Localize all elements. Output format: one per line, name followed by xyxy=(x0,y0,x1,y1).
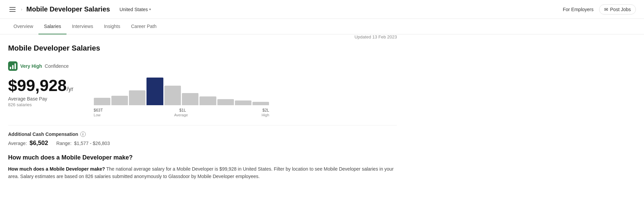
additional-cash-title: Additional Cash Compensation i xyxy=(8,132,397,137)
bar-3 xyxy=(146,78,163,105)
confidence-label-text: Confidence xyxy=(45,63,69,69)
bar-7 xyxy=(217,99,234,105)
title-row: Mobile Developer Salaries Updated 13 Feb… xyxy=(8,44,397,55)
tab-overview[interactable]: Overview xyxy=(8,19,38,34)
cash-details: Average: $6,502 Range: $1,577 - $26,803 xyxy=(8,140,397,147)
info-icon[interactable]: i xyxy=(80,132,86,137)
chart-avg-value: $1L xyxy=(179,108,186,113)
how-much-body-bold: How much does a Mobile Developer make? xyxy=(8,166,105,172)
bar-4 xyxy=(164,86,181,105)
salary-label: Average Base Pay xyxy=(8,96,74,101)
svg-rect-3 xyxy=(15,63,16,69)
chart-high-value: $2L xyxy=(262,108,269,113)
chart-low-value: $63T xyxy=(94,108,103,113)
tab-insights[interactable]: Insights xyxy=(99,19,126,34)
bar-1 xyxy=(111,96,128,105)
bar-9 xyxy=(252,102,269,105)
how-much-section: How much does a Mobile Developer make? H… xyxy=(8,154,397,180)
cash-range-value: $1,577 - $26,803 xyxy=(74,141,110,146)
header-left: › Mobile Developer Salaries United State… xyxy=(8,5,563,13)
chart-high-label: High xyxy=(262,113,269,117)
bar-6 xyxy=(199,96,216,105)
country-label: United States xyxy=(119,7,148,12)
cash-average-amount: $6,502 xyxy=(30,140,48,146)
chart-labels: $63T $1L $2L xyxy=(94,108,269,113)
bar-8 xyxy=(235,100,251,105)
bar-2 xyxy=(129,90,145,105)
svg-rect-2 xyxy=(12,65,14,69)
menu-icon[interactable] xyxy=(8,6,17,13)
tab-salaries[interactable]: Salaries xyxy=(38,19,66,34)
svg-rect-1 xyxy=(10,67,11,69)
breadcrumb-separator: › xyxy=(21,7,22,12)
confidence-level: Very High xyxy=(20,63,42,69)
salary-chart: $63T $1L $2L Low Average High xyxy=(94,76,269,117)
confidence-icon xyxy=(8,61,18,71)
country-selector[interactable]: United States ▾ xyxy=(117,5,154,13)
header: › Mobile Developer Salaries United State… xyxy=(0,0,644,19)
additional-cash-section: Additional Cash Compensation i Average: … xyxy=(8,125,397,147)
tab-interviews[interactable]: Interviews xyxy=(66,19,99,34)
cash-average-label: Average: $6,502 xyxy=(8,140,48,147)
salary-display: $99,928/yr xyxy=(8,76,74,95)
page-title: Mobile Developer Salaries xyxy=(26,5,110,13)
cash-range: Range: $1,577 - $26,803 xyxy=(56,141,110,146)
post-jobs-icon: ✉ xyxy=(604,7,608,12)
for-employers-link[interactable]: For Employers xyxy=(563,7,593,12)
salary-count: 826 salaries xyxy=(8,102,74,107)
post-jobs-label: Post Jobs xyxy=(610,7,631,12)
chart-sublabels: Low Average High xyxy=(94,113,269,117)
chevron-down-icon: ▾ xyxy=(149,7,151,11)
confidence-badge: Very High Confidence xyxy=(8,61,397,71)
main-content: Mobile Developer Salaries Updated 13 Feb… xyxy=(0,34,405,188)
salary-amount: $99,928 xyxy=(8,77,67,94)
how-much-body: How much does a Mobile Developer make? T… xyxy=(8,165,397,180)
chart-avg-label: Average xyxy=(174,113,188,117)
section-title: Mobile Developer Salaries xyxy=(8,44,100,53)
chart-low-label: Low xyxy=(94,113,101,117)
post-jobs-button[interactable]: ✉ Post Jobs xyxy=(599,4,636,14)
salary-section: $99,928/yr Average Base Pay 826 salaries… xyxy=(8,76,397,117)
salary-period: /yr xyxy=(67,86,74,92)
additional-cash-label: Additional Cash Compensation xyxy=(8,132,78,137)
bar-0 xyxy=(94,98,110,105)
bar-5 xyxy=(182,93,198,105)
header-right: For Employers ✉ Post Jobs xyxy=(563,4,636,14)
updated-date: Updated 13 Feb 2023 xyxy=(354,34,397,39)
tab-career-path[interactable]: Career Path xyxy=(126,19,162,34)
salary-info: $99,928/yr Average Base Pay 826 salaries xyxy=(8,76,74,107)
nav-tabs: Overview Salaries Interviews Insights Ca… xyxy=(0,19,644,34)
how-much-title: How much does a Mobile Developer make? xyxy=(8,154,397,161)
bar-chart xyxy=(94,76,269,107)
